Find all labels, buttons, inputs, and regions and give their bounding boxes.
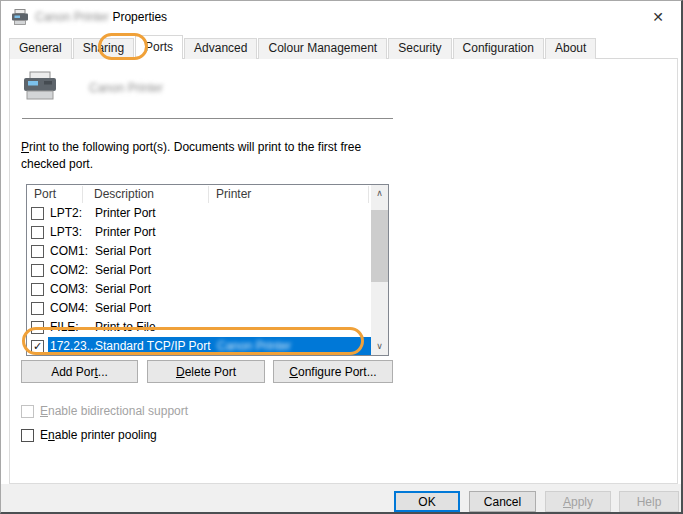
- intro-text: Print to the following port(s). Document…: [21, 139, 411, 173]
- button-bar: OK Cancel Apply Help: [1, 484, 681, 514]
- port-checkbox[interactable]: [31, 283, 44, 296]
- checkbox-label: Enable printer pooling: [40, 428, 157, 443]
- tab-sharing[interactable]: Sharing: [73, 38, 134, 59]
- chevron-up-icon[interactable]: ∧: [371, 185, 388, 202]
- tab-ports[interactable]: Ports: [135, 35, 183, 59]
- column-header-port: Port: [34, 185, 56, 204]
- window-title-printer-name: Canon Printer: [35, 10, 109, 24]
- titlebar[interactable]: Canon Printer Properties ✕: [1, 1, 681, 33]
- tab-configuration[interactable]: Configuration: [453, 38, 544, 59]
- printer-name: Canon Printer: [89, 81, 163, 95]
- checkbox-box: [21, 405, 34, 418]
- ports-listbox[interactable]: Port Description Printer LPT2: Printer P…: [26, 184, 389, 356]
- port-checkbox[interactable]: [31, 207, 44, 220]
- port-row[interactable]: LPT3: Printer Port: [27, 223, 388, 242]
- port-checkbox[interactable]: [31, 302, 44, 315]
- column-header-description: Description: [94, 185, 154, 204]
- port-row[interactable]: COM2: Serial Port: [27, 261, 388, 280]
- tab-about[interactable]: About: [545, 38, 596, 59]
- port-row[interactable]: LPT2: Printer Port: [27, 204, 388, 223]
- port-row[interactable]: FILE: Print to File: [27, 318, 388, 337]
- scrollbar-thumb[interactable]: [371, 210, 388, 282]
- apply-button: Apply: [545, 491, 611, 512]
- close-icon[interactable]: ✕: [643, 5, 673, 29]
- cancel-button[interactable]: Cancel: [469, 491, 536, 512]
- chevron-down-icon[interactable]: ∨: [371, 338, 388, 355]
- intro-line-2: checked port.: [21, 156, 411, 173]
- configure-port-button[interactable]: Configure Port...: [273, 360, 393, 383]
- header-divider: [82, 186, 83, 203]
- tab-security[interactable]: Security: [388, 38, 451, 59]
- port-checkbox[interactable]: [31, 245, 44, 258]
- tab-bar: General Sharing Ports Advanced Colour Ma…: [9, 35, 597, 59]
- port-checkbox[interactable]: [31, 226, 44, 239]
- tab-colour-management[interactable]: Colour Management: [258, 38, 387, 59]
- checkbox-box[interactable]: [21, 429, 34, 442]
- port-row[interactable]: COM1: Serial Port: [27, 242, 388, 261]
- add-port-button[interactable]: Add Port...: [21, 360, 138, 383]
- port-row-selected[interactable]: ✓ 172.23... Standard TCP/IP Port Canon P…: [27, 337, 388, 356]
- window-title-suffix: Properties: [109, 10, 167, 24]
- tab-advanced[interactable]: Advanced: [184, 38, 257, 59]
- port-checkbox[interactable]: [31, 264, 44, 277]
- delete-port-button[interactable]: Delete Port: [147, 360, 265, 383]
- tab-general[interactable]: General: [9, 38, 72, 59]
- printer-properties-dialog: Canon Printer Properties ✕ General Shari…: [0, 0, 683, 514]
- port-row[interactable]: COM4: Serial Port: [27, 299, 388, 318]
- list-scrollbar[interactable]: ∧ ∨: [371, 185, 388, 355]
- window-title: Canon Printer Properties: [35, 10, 167, 24]
- port-checkbox[interactable]: [31, 321, 44, 334]
- help-button: Help: [619, 491, 679, 512]
- separator-line: [22, 118, 393, 119]
- header-divider: [208, 186, 209, 203]
- list-header: Port Description Printer: [27, 185, 388, 204]
- printer-icon: [11, 9, 29, 25]
- checkbox-label: Enable bidirectional support: [40, 404, 188, 419]
- port-checkbox-checked[interactable]: ✓: [31, 340, 44, 353]
- header-divider: [368, 186, 369, 203]
- port-row[interactable]: COM3: Serial Port: [27, 280, 388, 299]
- printer-icon-large: [23, 71, 57, 103]
- column-header-printer: Printer: [216, 185, 251, 204]
- ok-button[interactable]: OK: [394, 491, 460, 512]
- intro-line-1: Print to the following port(s). Document…: [21, 139, 411, 156]
